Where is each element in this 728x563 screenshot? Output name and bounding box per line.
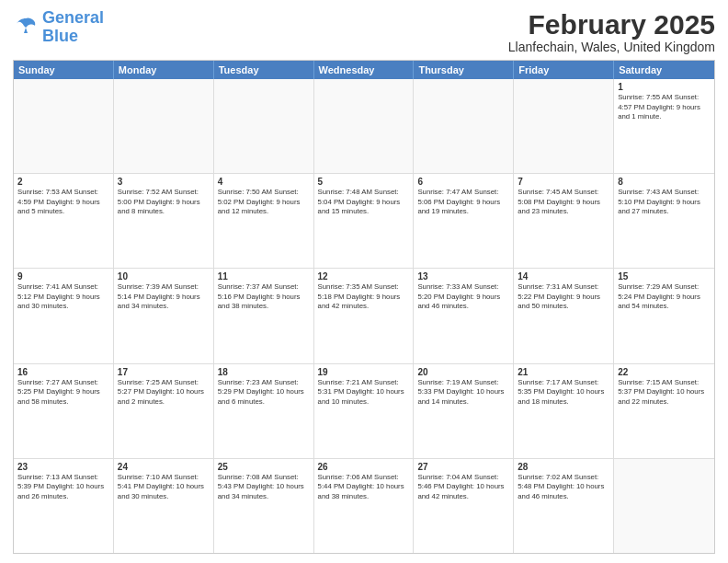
empty-cell [414, 79, 514, 173]
day-number: 18 [218, 367, 310, 377]
day-number: 24 [118, 462, 210, 472]
logo: General Blue [13, 9, 104, 46]
day-number: 13 [417, 271, 509, 282]
day-cell-13: 13Sunrise: 7:33 AM Sunset: 5:20 PM Dayli… [414, 269, 514, 362]
day-info: Sunrise: 7:50 AM Sunset: 5:02 PM Dayligh… [218, 188, 310, 217]
day-cell-24: 24Sunrise: 7:10 AM Sunset: 5:41 PM Dayli… [114, 459, 214, 553]
empty-cell [14, 79, 114, 173]
day-info: Sunrise: 7:13 AM Sunset: 5:39 PM Dayligh… [17, 473, 109, 502]
day-number: 9 [17, 271, 109, 282]
day-info: Sunrise: 7:17 AM Sunset: 5:35 PM Dayligh… [518, 378, 609, 408]
day-cell-7: 7Sunrise: 7:45 AM Sunset: 5:08 PM Daylig… [514, 174, 614, 268]
day-number: 16 [17, 367, 109, 377]
header-saturday: Saturday [614, 61, 714, 79]
day-cell-4: 4Sunrise: 7:50 AM Sunset: 5:02 PM Daylig… [214, 174, 314, 268]
day-cell-15: 15Sunrise: 7:29 AM Sunset: 5:24 PM Dayli… [614, 269, 714, 362]
empty-cell [114, 79, 214, 173]
day-cell-12: 12Sunrise: 7:35 AM Sunset: 5:18 PM Dayli… [314, 269, 415, 362]
day-info: Sunrise: 7:25 AM Sunset: 5:27 PM Dayligh… [118, 378, 210, 408]
day-number: 26 [318, 462, 410, 472]
empty-cell [314, 79, 415, 173]
day-number: 19 [318, 367, 410, 377]
day-number: 14 [518, 271, 609, 282]
calendar-week-1: 1Sunrise: 7:55 AM Sunset: 4:57 PM Daylig… [14, 79, 714, 174]
day-cell-28: 28Sunrise: 7:02 AM Sunset: 5:48 PM Dayli… [514, 459, 614, 553]
day-number: 17 [118, 367, 210, 377]
header-sunday: Sunday [14, 61, 114, 79]
day-number: 7 [518, 177, 609, 187]
logo-icon [13, 15, 39, 40]
day-cell-10: 10Sunrise: 7:39 AM Sunset: 5:14 PM Dayli… [114, 269, 214, 362]
calendar-title: February 2025 [508, 9, 715, 40]
day-info: Sunrise: 7:52 AM Sunset: 5:00 PM Dayligh… [118, 188, 210, 217]
day-info: Sunrise: 7:10 AM Sunset: 5:41 PM Dayligh… [118, 473, 210, 502]
day-number: 2 [17, 177, 109, 187]
day-cell-18: 18Sunrise: 7:23 AM Sunset: 5:29 PM Dayli… [214, 364, 314, 458]
day-info: Sunrise: 7:02 AM Sunset: 5:48 PM Dayligh… [518, 473, 609, 502]
day-info: Sunrise: 7:06 AM Sunset: 5:44 PM Dayligh… [318, 473, 410, 502]
day-info: Sunrise: 7:48 AM Sunset: 5:04 PM Dayligh… [318, 188, 410, 217]
calendar-body: 1Sunrise: 7:55 AM Sunset: 4:57 PM Daylig… [14, 79, 714, 553]
day-cell-11: 11Sunrise: 7:37 AM Sunset: 5:16 PM Dayli… [214, 269, 314, 362]
day-info: Sunrise: 7:43 AM Sunset: 5:10 PM Dayligh… [618, 188, 711, 217]
day-info: Sunrise: 7:23 AM Sunset: 5:29 PM Dayligh… [218, 378, 310, 408]
day-number: 11 [218, 271, 310, 282]
day-number: 8 [618, 177, 711, 187]
title-block: February 2025 Llanfechain, Wales, United… [508, 9, 715, 54]
header-wednesday: Wednesday [314, 61, 415, 79]
day-cell-19: 19Sunrise: 7:21 AM Sunset: 5:31 PM Dayli… [314, 364, 415, 458]
day-cell-6: 6Sunrise: 7:47 AM Sunset: 5:06 PM Daylig… [414, 174, 514, 268]
day-cell-9: 9Sunrise: 7:41 AM Sunset: 5:12 PM Daylig… [14, 269, 114, 362]
day-info: Sunrise: 7:39 AM Sunset: 5:14 PM Dayligh… [118, 282, 210, 312]
day-number: 23 [17, 462, 109, 472]
day-info: Sunrise: 7:31 AM Sunset: 5:22 PM Dayligh… [518, 282, 609, 312]
header: General Blue February 2025 Llanfechain, … [13, 9, 715, 54]
day-cell-26: 26Sunrise: 7:06 AM Sunset: 5:44 PM Dayli… [314, 459, 415, 553]
day-number: 4 [218, 177, 310, 187]
page: General Blue February 2025 Llanfechain, … [0, 0, 728, 563]
day-info: Sunrise: 7:04 AM Sunset: 5:46 PM Dayligh… [417, 473, 509, 502]
day-info: Sunrise: 7:21 AM Sunset: 5:31 PM Dayligh… [318, 378, 410, 408]
calendar-subtitle: Llanfechain, Wales, United Kingdom [508, 40, 715, 54]
header-thursday: Thursday [414, 61, 514, 79]
day-info: Sunrise: 7:53 AM Sunset: 4:59 PM Dayligh… [17, 188, 109, 217]
day-number: 21 [518, 367, 609, 377]
day-info: Sunrise: 7:41 AM Sunset: 5:12 PM Dayligh… [17, 282, 109, 312]
calendar-week-2: 2Sunrise: 7:53 AM Sunset: 4:59 PM Daylig… [14, 174, 714, 269]
day-number: 5 [318, 177, 410, 187]
calendar-week-3: 9Sunrise: 7:41 AM Sunset: 5:12 PM Daylig… [14, 269, 714, 363]
header-tuesday: Tuesday [214, 61, 314, 79]
day-info: Sunrise: 7:33 AM Sunset: 5:20 PM Dayligh… [417, 282, 509, 312]
day-number: 28 [518, 462, 609, 472]
day-cell-1: 1Sunrise: 7:55 AM Sunset: 4:57 PM Daylig… [614, 79, 714, 173]
day-cell-27: 27Sunrise: 7:04 AM Sunset: 5:46 PM Dayli… [414, 459, 514, 553]
day-number: 27 [417, 462, 509, 472]
day-cell-16: 16Sunrise: 7:27 AM Sunset: 5:25 PM Dayli… [14, 364, 114, 458]
day-info: Sunrise: 7:19 AM Sunset: 5:33 PM Dayligh… [417, 378, 509, 408]
calendar: Sunday Monday Tuesday Wednesday Thursday… [13, 60, 715, 554]
day-cell-21: 21Sunrise: 7:17 AM Sunset: 5:35 PM Dayli… [514, 364, 614, 458]
day-cell-17: 17Sunrise: 7:25 AM Sunset: 5:27 PM Dayli… [114, 364, 214, 458]
day-info: Sunrise: 7:29 AM Sunset: 5:24 PM Dayligh… [618, 282, 711, 312]
day-info: Sunrise: 7:55 AM Sunset: 4:57 PM Dayligh… [618, 93, 711, 122]
day-info: Sunrise: 7:27 AM Sunset: 5:25 PM Dayligh… [17, 378, 109, 408]
day-number: 20 [417, 367, 509, 377]
day-cell-22: 22Sunrise: 7:15 AM Sunset: 5:37 PM Dayli… [614, 364, 714, 458]
day-number: 3 [118, 177, 210, 187]
day-cell-14: 14Sunrise: 7:31 AM Sunset: 5:22 PM Dayli… [514, 269, 614, 362]
day-number: 15 [618, 271, 711, 282]
empty-cell [214, 79, 314, 173]
day-info: Sunrise: 7:45 AM Sunset: 5:08 PM Dayligh… [518, 188, 609, 217]
day-info: Sunrise: 7:15 AM Sunset: 5:37 PM Dayligh… [618, 378, 711, 408]
day-cell-8: 8Sunrise: 7:43 AM Sunset: 5:10 PM Daylig… [614, 174, 714, 268]
day-info: Sunrise: 7:47 AM Sunset: 5:06 PM Dayligh… [417, 188, 509, 217]
logo-general: General [42, 8, 104, 27]
calendar-week-4: 16Sunrise: 7:27 AM Sunset: 5:25 PM Dayli… [14, 364, 714, 459]
day-info: Sunrise: 7:35 AM Sunset: 5:18 PM Dayligh… [318, 282, 410, 312]
day-cell-3: 3Sunrise: 7:52 AM Sunset: 5:00 PM Daylig… [114, 174, 214, 268]
header-monday: Monday [114, 61, 214, 79]
day-number: 12 [318, 271, 410, 282]
logo-text: General Blue [42, 9, 104, 46]
calendar-week-5: 23Sunrise: 7:13 AM Sunset: 5:39 PM Dayli… [14, 459, 714, 553]
day-cell-23: 23Sunrise: 7:13 AM Sunset: 5:39 PM Dayli… [14, 459, 114, 553]
